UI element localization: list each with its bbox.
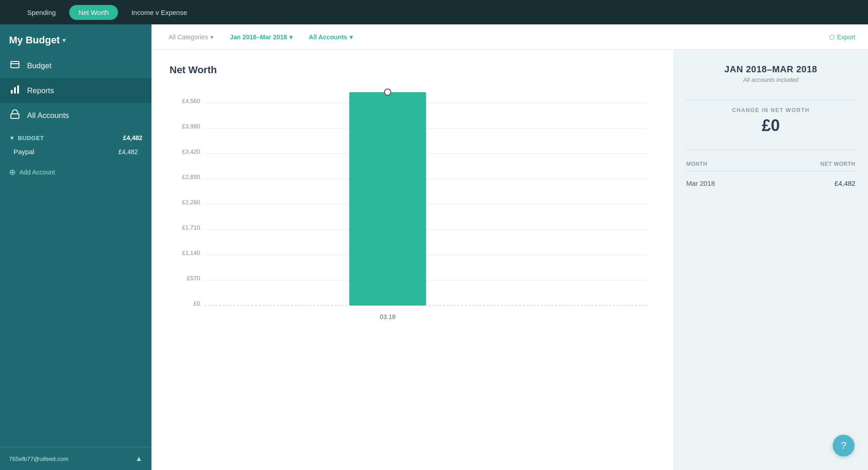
add-account-button[interactable]: ⊕ Add Account (9, 167, 142, 177)
right-panel: JAN 2018–MAR 2018 All accounts included … (674, 50, 868, 470)
rp-subtitle: All accounts included (686, 76, 855, 83)
table-row: Mar 2018 £4,482 (686, 175, 855, 192)
svg-text:£4,560: £4,560 (182, 98, 200, 104)
tab-networth[interactable]: Net Worth (69, 5, 118, 20)
sidebar-item-budget-label: Budget (27, 61, 52, 70)
svg-text:£1,710: £1,710 (182, 224, 200, 231)
help-button[interactable]: ? (833, 435, 854, 456)
date-range-label: Jan 2018–Mar 2018 (230, 33, 287, 41)
svg-rect-5 (11, 114, 19, 118)
budget-section-title[interactable]: ▼ BUDGET (9, 135, 44, 141)
add-account-label: Add Account (19, 169, 55, 176)
section-chevron: ▼ (9, 135, 15, 141)
account-row-paypal[interactable]: Paypal £4,482 (9, 144, 142, 159)
reports-icon (9, 85, 21, 97)
th-month: MONTH (686, 161, 708, 167)
brand-arrow: ▾ (62, 37, 66, 44)
change-label: CHANGE IN NET WORTH (686, 107, 855, 113)
change-section: CHANGE IN NET WORTH £0 (686, 107, 855, 135)
brand[interactable]: My Budget ▾ (0, 24, 151, 53)
sidebar-item-budget[interactable]: Budget (0, 53, 151, 78)
svg-text:£3,420: £3,420 (182, 148, 200, 155)
user-email: 765efb77@uifeed.com (9, 456, 68, 462)
categories-chevron: ▾ (210, 33, 213, 41)
svg-rect-0 (11, 61, 19, 68)
chart-title: Net Worth (170, 64, 656, 76)
account-amount: £4,482 (118, 148, 138, 155)
row-networth: £4,482 (835, 179, 855, 187)
export-button[interactable]: ⬡ Export (829, 33, 855, 41)
add-icon: ⊕ (9, 167, 16, 177)
svg-rect-3 (14, 87, 16, 94)
rp-divider-2 (686, 150, 855, 150)
right-panel-header: JAN 2018–MAR 2018 All accounts included (686, 64, 855, 83)
budget-total-amount: £4,482 (123, 134, 142, 141)
net-worth-bar (349, 92, 426, 306)
filter-bar: All Categories ▾ Jan 2018–Mar 2018 ▾ All… (151, 24, 868, 50)
all-categories-filter[interactable]: All Categories ▾ (164, 31, 218, 43)
table-header: MONTH NET WORTH (686, 157, 855, 171)
sidebar-item-all-accounts[interactable]: All Accounts (0, 103, 151, 128)
sidebar-item-all-accounts-label: All Accounts (27, 111, 69, 120)
svg-text:£2,850: £2,850 (182, 174, 200, 180)
rp-divider-1 (686, 99, 855, 100)
change-value: £0 (686, 116, 855, 135)
chart-main: Net Worth £0 £570 £1,140 £1,710 £2,280 £… (151, 50, 674, 470)
sidebar-item-reports-label: Reports (27, 86, 54, 95)
bar-top-dot (385, 89, 391, 95)
date-range-filter[interactable]: Jan 2018–Mar 2018 ▾ (225, 31, 297, 43)
budget-icon (9, 60, 21, 72)
accounts-chevron: ▾ (349, 33, 353, 41)
net-worth-chart: £0 £570 £1,140 £1,710 £2,280 £2,850 £3,4… (170, 89, 656, 324)
all-accounts-icon (9, 109, 21, 122)
export-icon: ⬡ (829, 33, 835, 41)
all-accounts-filter[interactable]: All Accounts ▾ (304, 31, 357, 43)
budget-section: ▼ BUDGET £4,482 Paypal £4,482 (0, 128, 151, 161)
sidebar: My Budget ▾ Budget Reports All Accounts (0, 24, 151, 470)
tab-income-expense[interactable]: Income v Expense (123, 5, 196, 20)
all-accounts-label: All Accounts (309, 33, 347, 41)
main-layout: My Budget ▾ Budget Reports All Accounts (0, 24, 868, 470)
sidebar-item-reports[interactable]: Reports (0, 78, 151, 103)
filter-group: All Categories ▾ Jan 2018–Mar 2018 ▾ All… (164, 31, 357, 43)
sidebar-footer: 765efb77@uifeed.com ▲ (0, 447, 151, 470)
all-categories-label: All Categories (169, 33, 208, 41)
svg-text:£0: £0 (193, 300, 200, 307)
row-month: Mar 2018 (686, 179, 715, 187)
help-icon: ? (841, 440, 846, 451)
content-area: All Categories ▾ Jan 2018–Mar 2018 ▾ All… (151, 24, 868, 470)
svg-text:£2,280: £2,280 (182, 199, 200, 206)
brand-name: My Budget (9, 34, 60, 46)
th-networth: NET WORTH (821, 161, 855, 167)
svg-text:03.18: 03.18 (380, 313, 396, 320)
tab-spending[interactable]: Spending (18, 5, 65, 20)
top-nav: Spending Net Worth Income v Expense (0, 0, 868, 24)
svg-rect-4 (17, 85, 19, 94)
chart-area: Net Worth £0 £570 £1,140 £1,710 £2,280 £… (151, 50, 868, 470)
footer-arrow[interactable]: ▲ (135, 455, 142, 463)
svg-text:£570: £570 (187, 275, 200, 282)
svg-text:£1,140: £1,140 (182, 249, 200, 256)
account-name: Paypal (14, 148, 34, 155)
svg-text:£3,990: £3,990 (182, 123, 200, 130)
date-chevron: ▾ (289, 33, 292, 41)
nav-tabs: Spending Net Worth Income v Expense (18, 5, 196, 20)
export-label: Export (837, 33, 855, 41)
rp-date-range: JAN 2018–MAR 2018 (686, 64, 855, 75)
svg-rect-2 (11, 90, 13, 94)
